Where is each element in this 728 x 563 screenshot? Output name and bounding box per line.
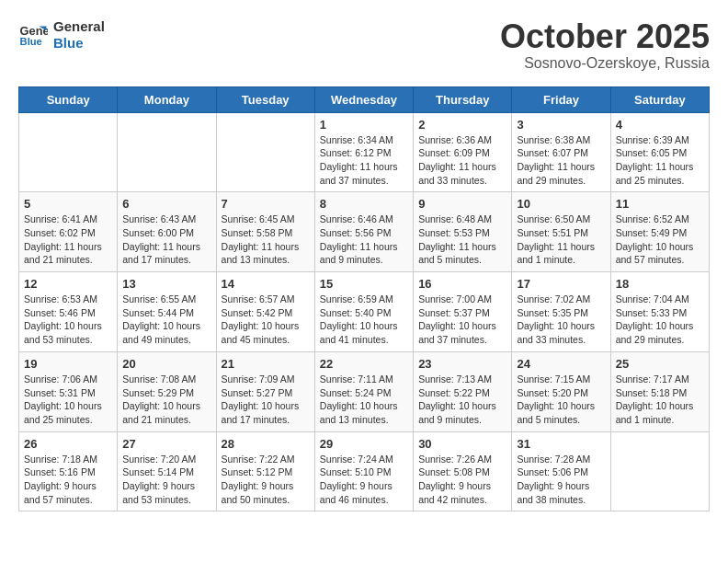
day-number: 1: [320, 118, 408, 132]
calendar-cell: 29Sunrise: 7:24 AM Sunset: 5:10 PM Dayli…: [314, 431, 413, 511]
calendar-cell: 2Sunrise: 6:36 AM Sunset: 6:09 PM Daylig…: [414, 112, 512, 192]
day-info: Sunrise: 7:00 AM Sunset: 5:37 PM Dayligh…: [418, 293, 506, 347]
calendar-cell: 8Sunrise: 6:46 AM Sunset: 5:56 PM Daylig…: [314, 192, 413, 272]
day-info: Sunrise: 7:06 AM Sunset: 5:31 PM Dayligh…: [24, 373, 112, 427]
day-number: 21: [222, 357, 310, 371]
day-number: 6: [122, 197, 210, 211]
header-sunday: Sunday: [19, 86, 118, 112]
day-number: 5: [24, 197, 112, 211]
calendar-cell: 7Sunrise: 6:45 AM Sunset: 5:58 PM Daylig…: [216, 192, 314, 272]
calendar-cell: 16Sunrise: 7:00 AM Sunset: 5:37 PM Dayli…: [414, 272, 512, 352]
page-header: General Blue General Blue October 2025 S…: [18, 18, 710, 72]
logo: General Blue General Blue: [18, 18, 105, 52]
day-number: 19: [24, 357, 112, 371]
day-number: 13: [122, 277, 210, 291]
day-number: 8: [320, 197, 408, 211]
day-info: Sunrise: 7:18 AM Sunset: 5:16 PM Dayligh…: [24, 453, 112, 507]
day-number: 22: [320, 357, 408, 371]
day-number: 27: [122, 437, 210, 451]
day-info: Sunrise: 6:43 AM Sunset: 6:00 PM Dayligh…: [122, 213, 210, 267]
calendar-cell: 17Sunrise: 7:02 AM Sunset: 5:35 PM Dayli…: [512, 272, 610, 352]
day-number: 29: [320, 437, 408, 451]
day-number: 15: [320, 277, 408, 291]
calendar-cell: 5Sunrise: 6:41 AM Sunset: 6:02 PM Daylig…: [19, 192, 118, 272]
calendar-cell: 1Sunrise: 6:34 AM Sunset: 6:12 PM Daylig…: [314, 112, 413, 192]
calendar-cell: 25Sunrise: 7:17 AM Sunset: 5:18 PM Dayli…: [610, 351, 709, 431]
day-info: Sunrise: 7:17 AM Sunset: 5:18 PM Dayligh…: [616, 373, 704, 427]
calendar-cell: 15Sunrise: 6:59 AM Sunset: 5:40 PM Dayli…: [314, 272, 413, 352]
header-friday: Friday: [512, 86, 610, 112]
day-info: Sunrise: 7:13 AM Sunset: 5:22 PM Dayligh…: [418, 373, 506, 427]
day-number: 12: [24, 277, 112, 291]
calendar-cell: 24Sunrise: 7:15 AM Sunset: 5:20 PM Dayli…: [512, 351, 610, 431]
day-info: Sunrise: 6:46 AM Sunset: 5:56 PM Dayligh…: [320, 213, 408, 267]
day-number: 17: [517, 277, 605, 291]
calendar-week-2: 5Sunrise: 6:41 AM Sunset: 6:02 PM Daylig…: [19, 192, 710, 272]
calendar-cell: [118, 112, 216, 192]
calendar-title: October 2025: [500, 18, 710, 55]
day-info: Sunrise: 6:39 AM Sunset: 6:05 PM Dayligh…: [616, 133, 704, 188]
header-tuesday: Tuesday: [216, 86, 314, 112]
day-number: 2: [418, 118, 506, 132]
header-monday: Monday: [118, 86, 216, 112]
header-saturday: Saturday: [610, 86, 709, 112]
day-number: 20: [122, 357, 210, 371]
calendar-cell: 11Sunrise: 6:52 AM Sunset: 5:49 PM Dayli…: [610, 192, 709, 272]
day-info: Sunrise: 6:45 AM Sunset: 5:58 PM Dayligh…: [222, 213, 310, 267]
day-info: Sunrise: 7:20 AM Sunset: 5:14 PM Dayligh…: [122, 453, 210, 507]
calendar-week-4: 19Sunrise: 7:06 AM Sunset: 5:31 PM Dayli…: [19, 351, 710, 431]
calendar-week-1: 1Sunrise: 6:34 AM Sunset: 6:12 PM Daylig…: [19, 112, 710, 192]
calendar-cell: 13Sunrise: 6:55 AM Sunset: 5:44 PM Dayli…: [118, 272, 216, 352]
svg-text:Blue: Blue: [20, 36, 42, 47]
day-info: Sunrise: 6:41 AM Sunset: 6:02 PM Dayligh…: [24, 213, 112, 267]
calendar-cell: 6Sunrise: 6:43 AM Sunset: 6:00 PM Daylig…: [118, 192, 216, 272]
day-number: 11: [616, 197, 704, 211]
logo-text-line1: General: [53, 18, 105, 35]
calendar-cell: 18Sunrise: 7:04 AM Sunset: 5:33 PM Dayli…: [610, 272, 709, 352]
day-info: Sunrise: 7:09 AM Sunset: 5:27 PM Dayligh…: [222, 373, 310, 427]
day-number: 16: [418, 277, 506, 291]
calendar-cell: 28Sunrise: 7:22 AM Sunset: 5:12 PM Dayli…: [216, 431, 314, 511]
day-info: Sunrise: 6:48 AM Sunset: 5:53 PM Dayligh…: [418, 213, 506, 267]
day-info: Sunrise: 7:26 AM Sunset: 5:08 PM Dayligh…: [418, 453, 506, 507]
calendar-cell: 22Sunrise: 7:11 AM Sunset: 5:24 PM Dayli…: [314, 351, 413, 431]
day-number: 9: [418, 197, 506, 211]
day-number: 4: [616, 118, 704, 132]
day-number: 25: [616, 357, 704, 371]
day-number: 3: [517, 118, 605, 132]
day-number: 28: [222, 437, 310, 451]
calendar-cell: 10Sunrise: 6:50 AM Sunset: 5:51 PM Dayli…: [512, 192, 610, 272]
calendar-cell: 9Sunrise: 6:48 AM Sunset: 5:53 PM Daylig…: [414, 192, 512, 272]
calendar-cell: 4Sunrise: 6:39 AM Sunset: 6:05 PM Daylig…: [610, 112, 709, 192]
calendar-cell: 27Sunrise: 7:20 AM Sunset: 5:14 PM Dayli…: [118, 431, 216, 511]
calendar-cell: 19Sunrise: 7:06 AM Sunset: 5:31 PM Dayli…: [19, 351, 118, 431]
calendar-cell: 3Sunrise: 6:38 AM Sunset: 6:07 PM Daylig…: [512, 112, 610, 192]
day-info: Sunrise: 7:11 AM Sunset: 5:24 PM Dayligh…: [320, 373, 408, 427]
day-info: Sunrise: 6:57 AM Sunset: 5:42 PM Dayligh…: [222, 293, 310, 347]
day-info: Sunrise: 7:22 AM Sunset: 5:12 PM Dayligh…: [222, 453, 310, 507]
calendar-cell: [610, 431, 709, 511]
day-number: 30: [418, 437, 506, 451]
calendar-cell: 20Sunrise: 7:08 AM Sunset: 5:29 PM Dayli…: [118, 351, 216, 431]
calendar-cell: 23Sunrise: 7:13 AM Sunset: 5:22 PM Dayli…: [414, 351, 512, 431]
calendar-cell: 14Sunrise: 6:57 AM Sunset: 5:42 PM Dayli…: [216, 272, 314, 352]
day-number: 24: [517, 357, 605, 371]
calendar-cell: [216, 112, 314, 192]
calendar-week-3: 12Sunrise: 6:53 AM Sunset: 5:46 PM Dayli…: [19, 272, 710, 352]
day-info: Sunrise: 7:02 AM Sunset: 5:35 PM Dayligh…: [517, 293, 605, 347]
day-info: Sunrise: 7:04 AM Sunset: 5:33 PM Dayligh…: [616, 293, 704, 347]
calendar-header-row: Sunday Monday Tuesday Wednesday Thursday…: [19, 86, 710, 112]
day-info: Sunrise: 6:36 AM Sunset: 6:09 PM Dayligh…: [418, 133, 506, 188]
day-info: Sunrise: 6:50 AM Sunset: 5:51 PM Dayligh…: [517, 213, 605, 267]
logo-text-line2: Blue: [53, 35, 105, 52]
day-number: 26: [24, 437, 112, 451]
day-info: Sunrise: 7:15 AM Sunset: 5:20 PM Dayligh…: [517, 373, 605, 427]
day-number: 31: [517, 437, 605, 451]
calendar-cell: 30Sunrise: 7:26 AM Sunset: 5:08 PM Dayli…: [414, 431, 512, 511]
day-info: Sunrise: 6:34 AM Sunset: 6:12 PM Dayligh…: [320, 133, 408, 188]
logo-icon: General Blue: [18, 20, 48, 50]
day-info: Sunrise: 6:52 AM Sunset: 5:49 PM Dayligh…: [616, 213, 704, 267]
calendar-cell: 21Sunrise: 7:09 AM Sunset: 5:27 PM Dayli…: [216, 351, 314, 431]
calendar-subtitle: Sosnovo-Ozerskoye, Russia: [500, 55, 710, 72]
day-info: Sunrise: 7:28 AM Sunset: 5:06 PM Dayligh…: [517, 453, 605, 507]
